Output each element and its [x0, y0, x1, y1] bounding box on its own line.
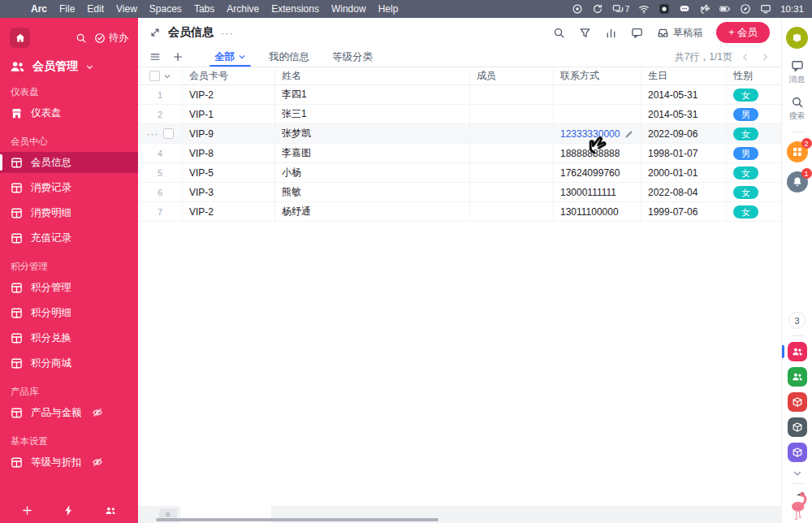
sidebar-item-消费明细[interactable]: 消费明细 — [0, 202, 138, 223]
cell-name: 张梦凯 — [282, 127, 311, 140]
menubar-item-view[interactable]: View — [116, 3, 137, 15]
flamingo-mascot[interactable] — [784, 489, 811, 523]
table-row-6[interactable]: 6VIP-3熊敏130001111112022-08-04女 — [138, 183, 781, 202]
dock-app-1[interactable] — [788, 342, 807, 361]
pencil-icon[interactable] — [624, 129, 634, 139]
wifi-icon[interactable] — [638, 3, 650, 15]
table-row-3[interactable]: ···VIP-9张梦凯123333300002022-09-06女 — [138, 124, 781, 144]
people-icon — [10, 60, 25, 73]
todo-button[interactable]: 待办 — [94, 31, 128, 45]
more-menu-icon[interactable]: ··· — [221, 27, 234, 39]
select-all-checkbox[interactable] — [149, 71, 160, 81]
apps-grid-icon — [792, 146, 803, 158]
dock-search-icon — [791, 96, 804, 109]
menubar-item-tabs[interactable]: Tabs — [194, 3, 214, 15]
draft-box-button[interactable]: 草稿箱 — [657, 26, 702, 40]
table-row-5[interactable]: 5VIP-5小杨176240997602000-01-01女 — [138, 163, 781, 183]
page-prev-icon[interactable] — [741, 53, 749, 62]
comment-icon[interactable] — [631, 27, 643, 39]
search-icon[interactable] — [553, 27, 565, 39]
sidebar-item-积分管理[interactable]: 积分管理 — [0, 277, 138, 298]
workspace-switcher[interactable]: 会员管理 — [10, 59, 128, 74]
row-checkbox[interactable] — [163, 128, 174, 139]
dock-search-button[interactable]: 搜索 — [789, 96, 806, 122]
record-icon[interactable] — [572, 3, 583, 15]
dashboard-icon — [11, 107, 23, 119]
menubar-item-file[interactable]: File — [59, 3, 75, 15]
apple-icon[interactable] — [8, 3, 19, 15]
page-next-icon[interactable] — [761, 53, 770, 62]
dock-chevron-down-icon[interactable] — [793, 469, 802, 478]
battery-icon[interactable] — [719, 3, 731, 15]
cell-contact: 18888888888 — [560, 148, 620, 159]
view-list-icon[interactable] — [149, 51, 161, 63]
cell-birthday: 2014-05-31 — [648, 89, 698, 101]
table-row-2[interactable]: 2VIP-1张三12014-05-31男 — [138, 105, 781, 124]
menubar-item-extensions[interactable]: Extensions — [271, 3, 319, 15]
dock-app-3[interactable] — [788, 392, 807, 412]
notifications-button[interactable]: 1 — [787, 171, 808, 192]
column-header-生日[interactable]: 生日 — [641, 67, 727, 84]
tab-全部[interactable]: 全部 — [203, 47, 257, 67]
horizontal-scrollbar[interactable] — [156, 518, 438, 521]
collapse-expand-icon[interactable] — [149, 27, 161, 38]
tab-等级分类[interactable]: 等级分类 — [321, 47, 384, 67]
refresh-icon[interactable] — [656, 52, 667, 63]
row-menu-icon[interactable]: ··· — [147, 128, 159, 140]
main-panel: 会员信息 ··· 草稿箱 + 会员 全部我的信息等级分类 共7行，1/1页 — [138, 18, 781, 523]
column-header-成员[interactable]: 成员 — [470, 67, 554, 84]
sidebar-item-积分商城[interactable]: 积分商城 — [0, 352, 138, 374]
table-row-1[interactable]: 1VIP-2李四12014-05-31女 — [138, 85, 781, 105]
menubar-item-archive[interactable]: Archive — [227, 3, 259, 15]
column-header-会员卡号[interactable]: 会员卡号 — [183, 67, 275, 84]
arc-icon[interactable] — [659, 3, 670, 15]
users-icon[interactable] — [105, 504, 117, 517]
dock-count-pill[interactable]: 3 — [788, 312, 806, 329]
filter-icon[interactable] — [579, 27, 591, 39]
chart-icon[interactable] — [605, 27, 617, 39]
sidebar-item-积分兑换[interactable]: 积分兑换 — [0, 327, 138, 348]
menubar-item-window[interactable]: Window — [331, 3, 366, 15]
dock-app-4[interactable] — [788, 417, 807, 437]
chevron-down-icon[interactable] — [163, 72, 171, 80]
cell-card-number: VIP-9 — [189, 128, 214, 140]
sidebar-item-会员信息[interactable]: 会员信息 — [0, 152, 138, 173]
chat-icon[interactable] — [612, 3, 624, 15]
menubar-item-edit[interactable]: Edit — [87, 3, 104, 15]
messages-button[interactable]: 消息 — [789, 59, 806, 85]
add-view-icon[interactable] — [172, 51, 184, 63]
menubar-item-spaces[interactable]: Spaces — [149, 3, 182, 15]
compass-icon[interactable] — [740, 3, 751, 15]
row-number: 7 — [158, 207, 162, 217]
sidebar-item-等级与折扣[interactable]: 等级与折扣 — [0, 452, 138, 473]
sidebar-item-充值记录[interactable]: 充值记录 — [0, 227, 138, 249]
sidebar-item-消费记录[interactable]: 消费记录 — [0, 177, 138, 198]
sidebar-item-label: 积分兑换 — [31, 331, 71, 345]
table-row-7[interactable]: 7VIP-2杨纾通130111000001999-07-06女 — [138, 202, 781, 222]
sidebar-search-icon[interactable] — [76, 32, 87, 44]
dock-app-5[interactable] — [788, 443, 807, 462]
plus-icon[interactable] — [21, 504, 33, 517]
sidebar-item-仪表盘[interactable]: 仪表盘 — [0, 102, 138, 123]
user-avatar[interactable] — [786, 27, 808, 49]
column-header-联系方式[interactable]: 联系方式 — [554, 67, 641, 84]
tab-我的信息[interactable]: 我的信息 — [257, 47, 321, 67]
display-icon[interactable] — [760, 3, 771, 15]
hand-icon[interactable] — [699, 3, 710, 15]
sidebar-item-积分明细[interactable]: 积分明细 — [0, 302, 138, 323]
bolt-icon[interactable] — [63, 504, 75, 517]
table-row-4[interactable]: 4VIP-8李嘉图188888888881998-01-07男 — [138, 144, 781, 163]
menubar-item-help[interactable]: Help — [378, 3, 399, 15]
column-header-性别[interactable]: 性别 — [727, 67, 781, 84]
column-header-姓名[interactable]: 姓名 — [275, 67, 470, 84]
dock-app-2[interactable] — [788, 367, 807, 387]
home-button[interactable] — [10, 28, 30, 48]
apps-button[interactable]: 2 — [787, 141, 808, 162]
add-member-button[interactable]: + 会员 — [716, 22, 770, 43]
sidebar-item-label: 积分明细 — [31, 306, 71, 320]
refresh-icon[interactable] — [592, 3, 603, 15]
bubble-icon[interactable] — [679, 3, 690, 15]
menubar-item-arc[interactable]: Arc — [31, 3, 47, 15]
cell-name: 小杨 — [282, 166, 301, 179]
sidebar-item-产品与金额[interactable]: 产品与金额 — [0, 402, 138, 423]
